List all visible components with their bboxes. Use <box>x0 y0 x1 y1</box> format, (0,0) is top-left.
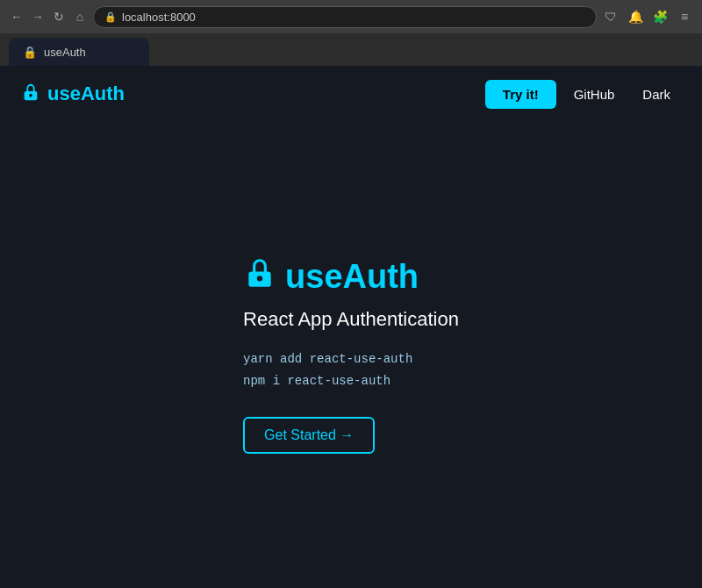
address-bar[interactable]: 🔒 localhost:8000 <box>93 6 597 28</box>
svg-point-1 <box>29 93 32 97</box>
address-text: localhost:8000 <box>122 11 196 24</box>
svg-point-3 <box>257 276 262 281</box>
forward-button[interactable]: → <box>30 9 46 25</box>
puzzle-icon: 🧩 <box>651 8 669 25</box>
browser-toolbar: ← → ↻ ⌂ 🔒 localhost:8000 🛡 🔔 🧩 ≡ <box>0 0 702 33</box>
hero-title: useAuth <box>243 256 459 298</box>
get-started-button[interactable]: Get Started → <box>243 417 375 454</box>
menu-icon[interactable]: ≡ <box>676 8 693 25</box>
hero-code-block: yarn add react-use-auth npm i react-use-… <box>243 348 459 392</box>
reload-button[interactable]: ↻ <box>51 9 67 25</box>
tab-title: useAuth <box>44 46 86 59</box>
shield-icon: 🛡 <box>602 8 620 25</box>
hero-section: useAuth React App Authentication yarn ad… <box>0 122 702 588</box>
tab-favicon: 🔒 <box>23 46 37 59</box>
github-link[interactable]: GitHub <box>563 80 626 109</box>
secure-icon: 🔒 <box>104 11 117 23</box>
hero-title-text: useAuth <box>285 258 419 296</box>
hero-content: useAuth React App Authentication yarn ad… <box>243 256 459 454</box>
code-line-2: npm i react-use-auth <box>243 370 459 392</box>
home-button[interactable]: ⌂ <box>72 9 88 25</box>
nav-lock-icon <box>21 82 40 106</box>
browser-chrome: ← → ↻ ⌂ 🔒 localhost:8000 🛡 🔔 🧩 ≡ 🔒 useAu… <box>0 0 702 66</box>
nav-logo[interactable]: useAuth <box>21 82 125 106</box>
nav-logo-text: useAuth <box>47 82 125 105</box>
app-wrapper: useAuth Try it! GitHub Dark useAuth Reac… <box>0 66 702 588</box>
back-button[interactable]: ← <box>9 9 25 25</box>
hero-lock-icon <box>243 256 276 298</box>
nav-links: Try it! GitHub Dark <box>485 80 681 109</box>
code-line-1: yarn add react-use-auth <box>243 348 459 370</box>
browser-extension-icons: 🛡 🔔 🧩 ≡ <box>602 8 693 25</box>
hero-subtitle: React App Authentication <box>243 308 459 331</box>
navbar: useAuth Try it! GitHub Dark <box>0 66 702 122</box>
browser-tabs: 🔒 useAuth <box>0 33 702 66</box>
dark-mode-toggle[interactable]: Dark <box>632 80 681 109</box>
try-it-button[interactable]: Try it! <box>485 80 556 109</box>
notification-icon: 🔔 <box>627 8 644 25</box>
active-tab[interactable]: 🔒 useAuth <box>9 38 149 66</box>
